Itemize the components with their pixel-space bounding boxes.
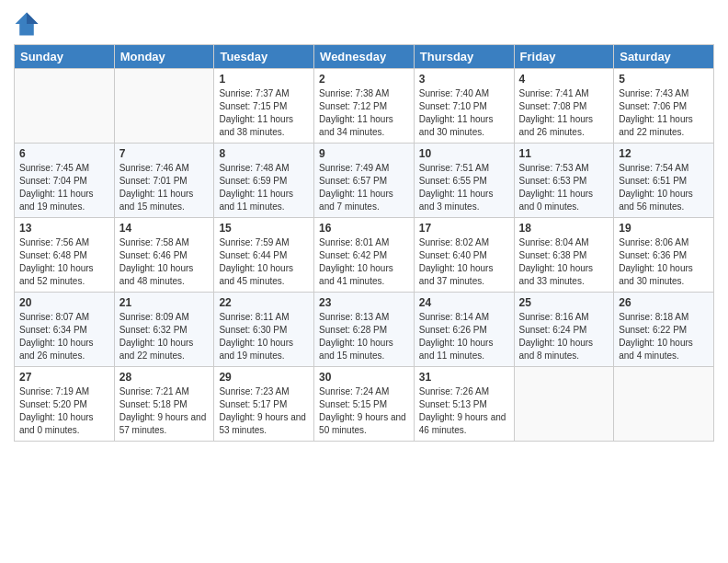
col-header-thursday: Thursday — [414, 45, 514, 69]
day-number: 29 — [219, 371, 309, 384]
day-info: Sunrise: 8:04 AM Sunset: 6:38 PM Dayligh… — [519, 236, 609, 288]
day-info: Sunrise: 8:06 AM Sunset: 6:36 PM Dayligh… — [619, 236, 709, 288]
day-number: 26 — [619, 296, 709, 309]
col-header-sunday: Sunday — [15, 45, 115, 69]
calendar-cell: 25Sunrise: 8:16 AM Sunset: 6:24 PM Dayli… — [514, 293, 614, 367]
day-number: 31 — [419, 371, 509, 384]
calendar-cell: 5Sunrise: 7:43 AM Sunset: 7:06 PM Daylig… — [614, 69, 714, 144]
calendar-cell: 18Sunrise: 8:04 AM Sunset: 6:38 PM Dayli… — [514, 218, 614, 293]
day-info: Sunrise: 7:19 AM Sunset: 5:20 PM Dayligh… — [19, 385, 109, 437]
calendar-cell — [614, 367, 714, 442]
calendar-cell: 12Sunrise: 7:54 AM Sunset: 6:51 PM Dayli… — [614, 144, 714, 218]
col-header-wednesday: Wednesday — [314, 45, 415, 69]
calendar-cell: 4Sunrise: 7:41 AM Sunset: 7:08 PM Daylig… — [514, 69, 614, 144]
calendar-cell: 28Sunrise: 7:21 AM Sunset: 5:18 PM Dayli… — [114, 367, 214, 442]
day-number: 13 — [19, 222, 109, 235]
day-number: 25 — [519, 296, 609, 309]
day-number: 15 — [219, 222, 309, 235]
calendar-cell: 1Sunrise: 7:37 AM Sunset: 7:15 PM Daylig… — [214, 69, 314, 144]
calendar-cell: 26Sunrise: 8:18 AM Sunset: 6:22 PM Dayli… — [614, 293, 714, 367]
day-info: Sunrise: 7:51 AM Sunset: 6:55 PM Dayligh… — [419, 162, 509, 213]
day-info: Sunrise: 8:02 AM Sunset: 6:40 PM Dayligh… — [419, 236, 509, 288]
calendar-cell: 7Sunrise: 7:46 AM Sunset: 7:01 PM Daylig… — [114, 144, 214, 218]
calendar-cell: 14Sunrise: 7:58 AM Sunset: 6:46 PM Dayli… — [114, 218, 214, 293]
calendar-cell: 31Sunrise: 7:26 AM Sunset: 5:13 PM Dayli… — [414, 367, 514, 442]
day-number: 6 — [19, 147, 109, 160]
header — [14, 9, 714, 37]
day-number: 28 — [119, 371, 210, 384]
calendar-cell: 22Sunrise: 8:11 AM Sunset: 6:30 PM Dayli… — [214, 293, 314, 367]
page: SundayMondayTuesdayWednesdayThursdayFrid… — [0, 0, 728, 563]
day-number: 4 — [519, 73, 609, 86]
calendar-cell: 24Sunrise: 8:14 AM Sunset: 6:26 PM Dayli… — [414, 293, 514, 367]
col-header-tuesday: Tuesday — [214, 45, 314, 69]
day-number: 21 — [119, 296, 210, 309]
day-number: 24 — [419, 296, 509, 309]
svg-marker-1 — [27, 13, 38, 24]
day-info: Sunrise: 7:24 AM Sunset: 5:15 PM Dayligh… — [319, 385, 409, 437]
calendar-cell: 29Sunrise: 7:23 AM Sunset: 5:17 PM Dayli… — [214, 367, 314, 442]
week-row-3: 13Sunrise: 7:56 AM Sunset: 6:48 PM Dayli… — [15, 218, 714, 293]
calendar-cell: 2Sunrise: 7:38 AM Sunset: 7:12 PM Daylig… — [314, 69, 415, 144]
day-info: Sunrise: 8:11 AM Sunset: 6:30 PM Dayligh… — [219, 311, 309, 362]
calendar-cell: 17Sunrise: 8:02 AM Sunset: 6:40 PM Dayli… — [414, 218, 514, 293]
day-info: Sunrise: 8:16 AM Sunset: 6:24 PM Dayligh… — [519, 311, 609, 362]
week-row-1: 1Sunrise: 7:37 AM Sunset: 7:15 PM Daylig… — [15, 69, 714, 144]
day-number: 10 — [419, 147, 509, 160]
logo — [14, 13, 43, 37]
day-number: 16 — [319, 222, 409, 235]
day-number: 9 — [319, 147, 409, 160]
calendar-cell — [114, 69, 214, 144]
calendar-cell: 8Sunrise: 7:48 AM Sunset: 6:59 PM Daylig… — [214, 144, 314, 218]
day-info: Sunrise: 8:01 AM Sunset: 6:42 PM Dayligh… — [319, 236, 409, 288]
day-number: 12 — [619, 147, 709, 160]
calendar-cell: 11Sunrise: 7:53 AM Sunset: 6:53 PM Dayli… — [514, 144, 614, 218]
day-number: 23 — [319, 296, 409, 309]
week-row-5: 27Sunrise: 7:19 AM Sunset: 5:20 PM Dayli… — [15, 367, 714, 442]
day-info: Sunrise: 7:37 AM Sunset: 7:15 PM Dayligh… — [219, 87, 309, 139]
calendar-cell: 6Sunrise: 7:45 AM Sunset: 7:04 PM Daylig… — [15, 144, 115, 218]
day-number: 2 — [319, 73, 409, 86]
calendar-table: SundayMondayTuesdayWednesdayThursdayFrid… — [14, 44, 714, 442]
calendar-cell: 30Sunrise: 7:24 AM Sunset: 5:15 PM Dayli… — [314, 367, 415, 442]
day-number: 18 — [519, 222, 609, 235]
day-info: Sunrise: 8:09 AM Sunset: 6:32 PM Dayligh… — [119, 311, 210, 362]
day-number: 20 — [19, 296, 109, 309]
day-info: Sunrise: 7:26 AM Sunset: 5:13 PM Dayligh… — [419, 385, 509, 437]
calendar-cell: 3Sunrise: 7:40 AM Sunset: 7:10 PM Daylig… — [414, 69, 514, 144]
calendar-cell: 23Sunrise: 8:13 AM Sunset: 6:28 PM Dayli… — [314, 293, 415, 367]
calendar-cell: 16Sunrise: 8:01 AM Sunset: 6:42 PM Dayli… — [314, 218, 415, 293]
day-number: 8 — [219, 147, 309, 160]
col-header-saturday: Saturday — [614, 45, 714, 69]
day-info: Sunrise: 7:53 AM Sunset: 6:53 PM Dayligh… — [519, 162, 609, 213]
day-info: Sunrise: 7:59 AM Sunset: 6:44 PM Dayligh… — [219, 236, 309, 288]
day-info: Sunrise: 7:45 AM Sunset: 7:04 PM Dayligh… — [19, 162, 109, 213]
day-number: 5 — [619, 73, 709, 86]
calendar-cell: 19Sunrise: 8:06 AM Sunset: 6:36 PM Dayli… — [614, 218, 714, 293]
day-info: Sunrise: 7:40 AM Sunset: 7:10 PM Dayligh… — [419, 87, 509, 139]
day-info: Sunrise: 7:56 AM Sunset: 6:48 PM Dayligh… — [19, 236, 109, 288]
logo-icon — [14, 11, 40, 37]
day-info: Sunrise: 7:46 AM Sunset: 7:01 PM Dayligh… — [119, 162, 210, 213]
calendar-cell: 27Sunrise: 7:19 AM Sunset: 5:20 PM Dayli… — [15, 367, 115, 442]
day-number: 22 — [219, 296, 309, 309]
day-number: 27 — [19, 371, 109, 384]
calendar-cell — [514, 367, 614, 442]
day-info: Sunrise: 7:23 AM Sunset: 5:17 PM Dayligh… — [219, 385, 309, 437]
day-number: 7 — [119, 147, 210, 160]
day-number: 30 — [319, 371, 409, 384]
week-row-2: 6Sunrise: 7:45 AM Sunset: 7:04 PM Daylig… — [15, 144, 714, 218]
day-info: Sunrise: 7:54 AM Sunset: 6:51 PM Dayligh… — [619, 162, 709, 213]
day-number: 17 — [419, 222, 509, 235]
calendar-cell: 13Sunrise: 7:56 AM Sunset: 6:48 PM Dayli… — [15, 218, 115, 293]
day-info: Sunrise: 7:41 AM Sunset: 7:08 PM Dayligh… — [519, 87, 609, 139]
day-info: Sunrise: 7:49 AM Sunset: 6:57 PM Dayligh… — [319, 162, 409, 213]
week-row-4: 20Sunrise: 8:07 AM Sunset: 6:34 PM Dayli… — [15, 293, 714, 367]
day-info: Sunrise: 7:43 AM Sunset: 7:06 PM Dayligh… — [619, 87, 709, 139]
calendar-cell — [15, 69, 115, 144]
day-number: 3 — [419, 73, 509, 86]
day-info: Sunrise: 8:07 AM Sunset: 6:34 PM Dayligh… — [19, 311, 109, 362]
header-row: SundayMondayTuesdayWednesdayThursdayFrid… — [15, 45, 714, 69]
day-info: Sunrise: 8:14 AM Sunset: 6:26 PM Dayligh… — [419, 311, 509, 362]
day-info: Sunrise: 7:38 AM Sunset: 7:12 PM Dayligh… — [319, 87, 409, 139]
